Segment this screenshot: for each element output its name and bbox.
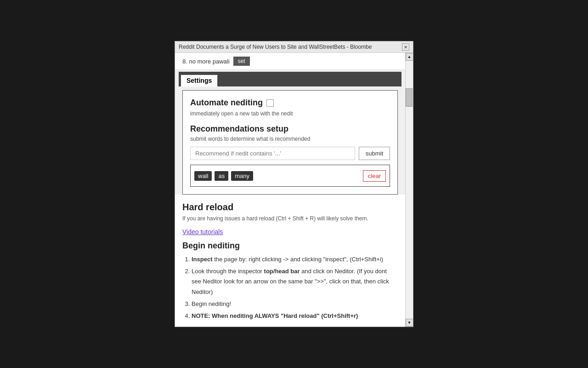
scroll-up-button[interactable]: ▲ [406, 53, 413, 61]
settings-panel: Automate nediting immediately open a new… [182, 90, 398, 195]
tags-container: wall as many clear [190, 165, 390, 187]
begin-nediting-title: Begin nediting [182, 241, 398, 251]
title-bar: Reddit Documents a Surge of New Users to… [175, 41, 413, 53]
list-item: Inspect the page by: right clicking -> a… [192, 254, 398, 264]
list-item: NOTE: When nediting ALWAYS "Hard reload"… [192, 311, 398, 321]
hard-reload-title: Hard reload [182, 202, 398, 213]
clear-button[interactable]: clear [363, 170, 386, 182]
automate-title: Automate nediting [190, 98, 263, 108]
title-bar-text: Reddit Documents a Surge of New Users to… [179, 44, 402, 50]
scrollbar-thumb[interactable] [406, 88, 413, 107]
tag-as: as [215, 171, 228, 181]
hard-reload-section: Hard reload If you are having issues a h… [175, 198, 405, 228]
recommendations-title: Recommendations setup [190, 124, 390, 134]
tag-many: many [231, 171, 253, 181]
step1-bold: Inspect [192, 256, 213, 263]
list-item: Look through the inspector top/head bar … [192, 266, 398, 297]
scroll-down-button[interactable]: ▼ [406, 319, 413, 327]
tag-wall: wall [194, 171, 212, 181]
automate-row: Automate nediting [190, 98, 390, 108]
settings-tab[interactable]: Settings [181, 75, 218, 86]
top-partial-row: 8. no more pawali set [175, 53, 405, 70]
scrollbar-track[interactable] [406, 61, 413, 319]
automate-checkbox[interactable] [266, 99, 274, 107]
scrollbar: ▲ ▼ [405, 53, 413, 327]
set-button[interactable]: set [233, 57, 250, 66]
step2-text1: Look through the inspector [192, 268, 264, 275]
step2-bold: top/head bar [264, 268, 300, 275]
begin-nediting-list: Inspect the page by: right clicking -> a… [182, 254, 398, 321]
recommendations-input[interactable] [190, 147, 355, 160]
step3-text: Begin nediting! [192, 300, 231, 307]
step4-bold: NOTE: When nediting ALWAYS "Hard reload"… [192, 312, 358, 319]
hard-reload-desc: If you are having issues a hard reload (… [182, 214, 398, 223]
submit-button[interactable]: submit [359, 147, 390, 160]
close-button[interactable]: ✕ [402, 43, 409, 51]
step1-text: the page by: right clicking -> and click… [214, 256, 383, 263]
list-item: Begin nediting! [192, 299, 398, 309]
recommendations-input-row: submit [190, 147, 390, 160]
main-content: 8. no more pawali set Settings Automate … [175, 53, 405, 327]
settings-tab-bar: Settings [179, 72, 401, 86]
partial-text: 8. no more pawali [182, 58, 230, 65]
begin-nediting-section: Begin nediting Inspect the page by: righ… [175, 239, 405, 327]
browser-window: Reddit Documents a Surge of New Users to… [175, 41, 413, 327]
automate-desc: immediately open a new tab with the nedi… [190, 110, 390, 117]
video-tutorials-link[interactable]: Video tutorials [175, 228, 405, 236]
recommendations-desc: submit words to determine what is recomm… [190, 136, 390, 142]
